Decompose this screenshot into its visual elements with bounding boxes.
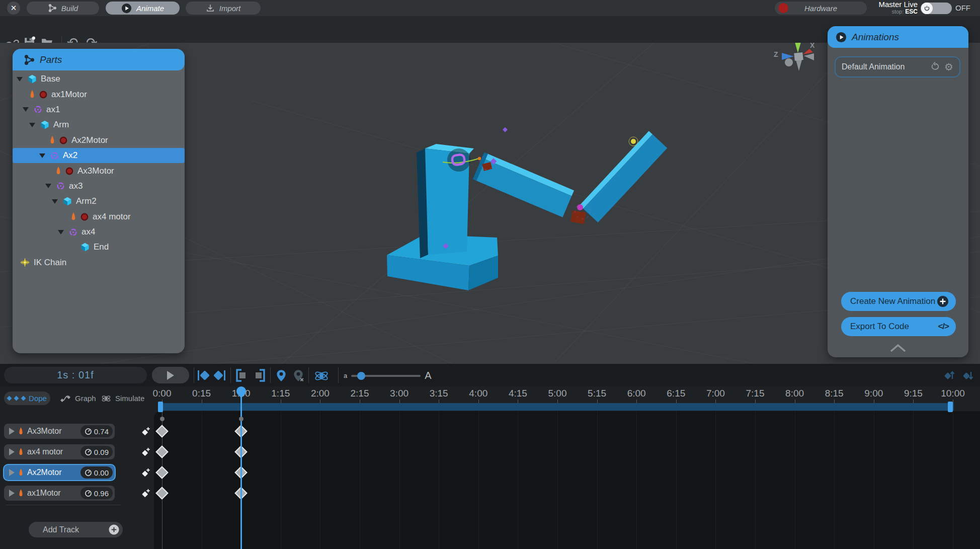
servo-horn-icon xyxy=(18,489,24,498)
range-end-handle[interactable] xyxy=(948,402,953,412)
track-value-badge[interactable]: 0.74 xyxy=(80,425,113,437)
summary-keyframe-dot[interactable] xyxy=(239,417,243,421)
dope-sheet-canvas[interactable] xyxy=(154,411,980,549)
plus-circle-icon xyxy=(937,295,949,307)
gear-icon[interactable]: ⚙ xyxy=(944,62,953,72)
export-code-button[interactable]: Export To Code </> xyxy=(841,317,956,336)
hardware-button[interactable]: Hardware xyxy=(775,2,867,15)
tab-simulate[interactable]: Simulate xyxy=(101,391,144,405)
add-keyframe-button[interactable] xyxy=(141,426,151,436)
cube-icon xyxy=(80,243,90,252)
tree-item-ax4[interactable]: ax4 xyxy=(13,224,185,240)
tree-item-end[interactable]: End xyxy=(13,240,185,255)
tree-item-ax2[interactable]: Ax2 xyxy=(13,148,185,163)
tree-item-label: ax4 motor xyxy=(93,212,131,222)
tree-item-ax4-motor[interactable]: ax4 motor xyxy=(13,209,185,224)
grid-line xyxy=(320,411,320,549)
close-button[interactable]: ✕ xyxy=(7,2,20,15)
tree-item-label: Ax2 xyxy=(63,150,77,161)
expand-triangle[interactable] xyxy=(17,77,23,82)
tab-animate[interactable]: Animate xyxy=(106,2,180,15)
tree-item-ik-chain[interactable]: IK Chain xyxy=(13,255,185,270)
hierarchy-icon xyxy=(24,54,35,65)
physics-button[interactable] xyxy=(314,369,329,383)
slider-track[interactable] xyxy=(351,375,421,377)
tab-build[interactable]: Build xyxy=(27,2,99,15)
robot-arm1[interactable] xyxy=(473,152,574,217)
size-large-label: A xyxy=(425,370,431,381)
expand-track-triangle[interactable] xyxy=(9,490,15,497)
tree-item-ax1[interactable]: ax1 xyxy=(13,102,185,117)
time-display[interactable]: 1s : 01f xyxy=(4,367,147,383)
add-pin-button[interactable] xyxy=(275,369,288,382)
expand-triangle[interactable] xyxy=(58,230,64,234)
animation-list-item[interactable]: Default Animation ⚙ xyxy=(835,56,960,77)
tab-import[interactable]: Import xyxy=(186,2,261,15)
loop-icon[interactable] xyxy=(929,61,940,72)
tree-item-ax3[interactable]: ax3 xyxy=(13,179,185,194)
add-track-button[interactable]: Add Track xyxy=(29,522,123,537)
track-value-badge[interactable]: 0.09 xyxy=(80,446,113,458)
tree-item-arm2[interactable]: Arm2 xyxy=(13,194,185,209)
trim-start-button[interactable] xyxy=(234,369,249,382)
expand-triangle[interactable] xyxy=(45,184,51,188)
track-ax2motor[interactable]: Ax2Motor0.00 xyxy=(4,465,115,480)
add-keyframe-button[interactable] xyxy=(141,447,151,457)
axis-gizmo[interactable]: Y X Z xyxy=(770,43,825,74)
timeline-play-button[interactable] xyxy=(152,367,189,383)
expand-track-triangle[interactable] xyxy=(9,428,15,435)
size-small-label: a xyxy=(344,372,347,379)
remove-pin-button[interactable] xyxy=(292,369,305,382)
tree-item-label: Arm2 xyxy=(76,196,97,206)
tree-item-ax2motor[interactable]: Ax2Motor xyxy=(13,133,185,148)
summary-keyframe-dot[interactable] xyxy=(160,417,165,421)
tree-item-ax1motor[interactable]: ax1Motor xyxy=(13,87,185,102)
keyframe-raise-button[interactable] xyxy=(944,369,957,382)
expand-triangle[interactable] xyxy=(23,107,29,112)
tab-dope[interactable]: Dope xyxy=(4,391,50,405)
expand-triangle[interactable] xyxy=(52,199,58,204)
tab-graph[interactable]: Graph xyxy=(60,391,96,405)
trim-end-button[interactable] xyxy=(253,369,267,382)
top-bar: ✕ Build Animate Import Hardware Ma xyxy=(0,0,980,16)
track-value-badge[interactable]: 0.96 xyxy=(80,487,113,499)
servo-horn-icon xyxy=(18,427,24,436)
master-live-toggle[interactable] xyxy=(921,3,952,14)
tree-item-arm[interactable]: Arm xyxy=(13,117,185,132)
track-value-badge[interactable]: 0.00 xyxy=(80,466,113,479)
track-ax4-motor[interactable]: ax4 motor0.09 xyxy=(4,444,115,459)
grid-line xyxy=(557,411,558,549)
timeline-range-bar[interactable] xyxy=(160,403,954,411)
track-ax1motor[interactable]: ax1Motor0.96 xyxy=(4,486,115,501)
track-name: Ax2Motor xyxy=(27,468,77,477)
create-animation-button[interactable]: Create New Animation xyxy=(841,292,956,311)
rotation-axis-icon xyxy=(50,151,59,160)
tree-item-label: ax4 xyxy=(81,227,95,237)
ruler-label: 6:00 xyxy=(620,388,652,399)
expand-track-triangle[interactable] xyxy=(9,469,15,476)
tree-item-base[interactable]: Base xyxy=(13,71,185,87)
expand-track-triangle[interactable] xyxy=(9,448,15,455)
keyframe-lower-button[interactable] xyxy=(962,369,975,382)
next-keyframe-button[interactable] xyxy=(212,369,226,382)
speed-gauge-icon xyxy=(85,448,92,456)
ruler-label: 3:00 xyxy=(383,388,416,399)
tree-item-ax3motor[interactable]: Ax3Motor xyxy=(13,163,185,178)
toolbar-separator xyxy=(270,367,271,383)
add-keyframe-button[interactable] xyxy=(141,467,151,478)
grid-line xyxy=(518,411,518,549)
track-name: Ax3Motor xyxy=(27,427,77,436)
collapse-chevron[interactable] xyxy=(889,343,907,353)
grid-line xyxy=(795,411,795,549)
grid-line xyxy=(360,411,360,549)
keyframe-size-slider[interactable]: a A xyxy=(344,370,432,381)
prev-keyframe-button[interactable] xyxy=(197,369,211,382)
slider-knob[interactable] xyxy=(357,372,365,380)
tree-item-label: End xyxy=(94,242,109,252)
expand-triangle[interactable] xyxy=(29,123,35,127)
expand-triangle[interactable] xyxy=(39,153,45,158)
range-start-handle[interactable] xyxy=(158,402,163,412)
parts-panel: Parts Baseax1Motorax1ArmAx2MotorAx2Ax3Mo… xyxy=(13,49,185,353)
track-ax3motor[interactable]: Ax3Motor0.74 xyxy=(4,424,115,439)
add-keyframe-button[interactable] xyxy=(141,488,151,498)
